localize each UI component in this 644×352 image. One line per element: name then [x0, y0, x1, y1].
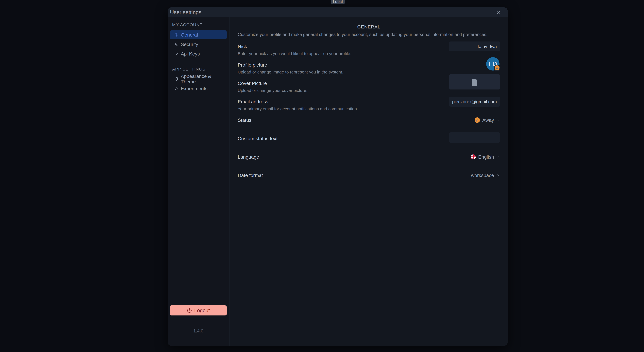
nick-value: fajny dwa [478, 44, 497, 49]
sidebar-item-general[interactable]: General [170, 30, 227, 39]
key-icon [175, 52, 179, 56]
general-settings-panel: GENERAL Customize your profile and make … [230, 17, 508, 346]
app-settings-items: Appearance & Theme Experiments [170, 74, 227, 93]
date-format-value: workspace [471, 173, 494, 178]
row-language: Language [238, 154, 500, 172]
app-version: 1.4.0 [168, 328, 229, 334]
section-label-my-account: MY ACCOUNT [172, 22, 229, 27]
row-date-format: Date format workspace [238, 172, 500, 191]
status-picker[interactable]: z z z Away [474, 117, 500, 123]
shield-icon [175, 42, 179, 46]
language-label: Language [238, 154, 500, 160]
email-help: Your primary email for account notificat… [238, 106, 500, 111]
general-section-header: GENERAL [238, 24, 500, 30]
away-emoji-icon: z z z [474, 117, 480, 123]
sidebar-item-security[interactable]: Security [170, 40, 227, 49]
environment-badge: Local [331, 0, 345, 4]
row-nick: Nick Enter your nick as you would like i… [238, 44, 500, 62]
logout-button[interactable]: Logout [170, 306, 227, 316]
sidebar-item-api-keys[interactable]: Api Keys [170, 49, 227, 58]
divider-line [384, 27, 500, 27]
gear-icon [175, 33, 179, 37]
email-input[interactable]: pieczorex@gmail.com [449, 97, 500, 107]
away-status-dot: zz [494, 64, 500, 71]
custom-status-input[interactable] [449, 132, 500, 143]
row-cover-picture: Cover Picture Upload or change your cove… [238, 80, 500, 99]
cover-picture-upload[interactable] [449, 74, 500, 89]
sidebar-item-label: General [181, 32, 198, 38]
status-value: Away [482, 117, 494, 123]
settings-rows: Nick Enter your nick as you would like i… [238, 44, 500, 191]
avatar[interactable]: FD zz [486, 57, 500, 70]
date-format-picker[interactable]: workspace [471, 172, 500, 178]
section-heading: GENERAL [357, 24, 380, 29]
sidebar-item-appearance-theme[interactable]: Appearance & Theme [170, 74, 227, 83]
divider-line [238, 27, 353, 27]
language-picker[interactable]: English [471, 154, 500, 160]
sidebar-item-label: Appearance & Theme [181, 73, 227, 84]
sidebar-item-label: Security [181, 42, 198, 47]
user-settings-dialog: User settings MY ACCOUNT General [168, 7, 508, 346]
chevron-right-icon [496, 173, 500, 177]
language-value: English [478, 154, 494, 160]
palette-icon [175, 77, 179, 81]
svg-text:z: z [476, 119, 477, 122]
my-account-items: General Security Api Key [170, 30, 227, 58]
uk-flag-icon [471, 154, 476, 159]
chevron-right-icon [496, 155, 500, 159]
sidebar-item-label: Api Keys [181, 51, 200, 57]
file-icon [471, 78, 478, 86]
environment-badge-label: Local [333, 0, 343, 4]
nick-input[interactable]: fajny dwa [449, 41, 500, 51]
sidebar-item-label: Experiments [181, 86, 208, 91]
svg-text:z: z [478, 120, 478, 122]
row-custom-status: Custom status text [238, 136, 500, 154]
nick-help: Enter your nick as you would like it to … [238, 51, 500, 56]
date-format-label: Date format [238, 172, 500, 178]
dialog-title: User settings [170, 9, 202, 15]
profile-picture-help: Upload or change image to represent you … [238, 69, 500, 75]
close-button[interactable] [495, 8, 502, 16]
status-label: Status [238, 117, 500, 123]
row-email: Email address Your primary email for acc… [238, 99, 500, 117]
profile-picture-label: Profile picture [238, 62, 500, 68]
email-value: pieczorex@gmail.com [452, 99, 497, 104]
settings-sidebar: MY ACCOUNT General Securit [168, 17, 230, 346]
sidebar-item-experiments[interactable]: Experiments [170, 84, 227, 93]
power-icon [186, 308, 192, 313]
section-label-app-settings: APP SETTINGS [172, 67, 229, 71]
logout-label: Logout [194, 308, 210, 314]
dialog-titlebar: User settings [168, 7, 508, 17]
flask-icon [175, 86, 179, 90]
section-description: Customize your profile and make general … [238, 32, 500, 37]
close-icon [496, 10, 501, 15]
chevron-right-icon [496, 118, 500, 122]
